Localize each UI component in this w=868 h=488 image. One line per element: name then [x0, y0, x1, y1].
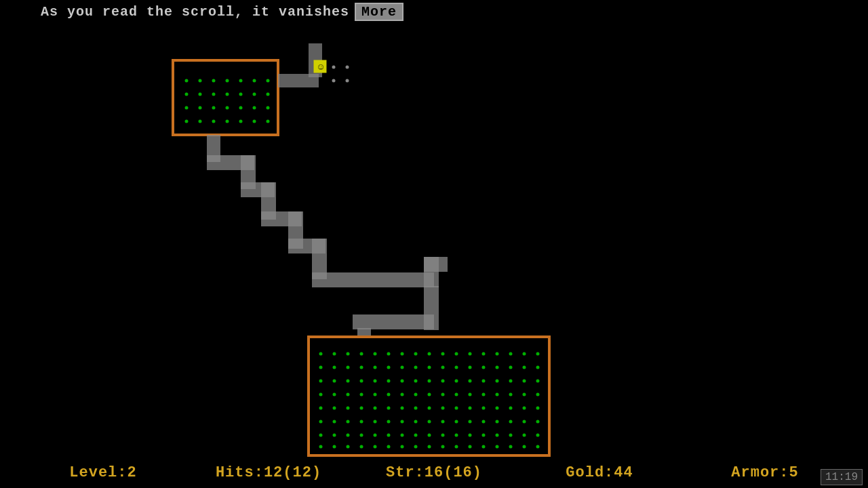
svg-point-164: [428, 434, 431, 437]
svg-point-4: [212, 79, 216, 83]
svg-point-59: [387, 352, 391, 356]
svg-point-10: [199, 93, 202, 96]
stat-gold: Gold:44: [517, 464, 682, 481]
svg-point-124: [347, 407, 350, 410]
more-button[interactable]: More: [355, 3, 403, 21]
svg-point-90: [347, 380, 350, 383]
svg-point-173: [319, 445, 323, 449]
svg-point-114: [441, 393, 445, 396]
svg-point-55: [333, 352, 336, 356]
svg-point-170: [509, 434, 513, 437]
svg-point-72: [333, 366, 336, 369]
svg-point-180: [414, 445, 418, 449]
svg-point-169: [496, 434, 499, 437]
svg-point-154: [523, 420, 526, 424]
svg-point-149: [455, 420, 458, 424]
svg-point-176: [360, 445, 363, 449]
svg-point-183: [455, 445, 458, 449]
svg-point-133: [469, 407, 472, 410]
svg-point-74: [360, 366, 363, 369]
svg-point-80: [441, 366, 445, 369]
svg-point-69: [523, 352, 526, 356]
svg-point-165: [441, 434, 445, 437]
svg-point-118: [496, 393, 499, 396]
svg-point-36: [332, 79, 336, 83]
stat-level: Level:2: [20, 464, 186, 481]
svg-point-75: [374, 366, 377, 369]
svg-point-76: [387, 366, 391, 369]
svg-point-79: [428, 366, 431, 369]
svg-point-129: [414, 407, 418, 410]
svg-point-6: [239, 79, 243, 83]
svg-point-67: [496, 352, 499, 356]
message-text: As you read the scroll, it vanishes: [41, 4, 349, 20]
svg-point-8: [267, 79, 270, 83]
svg-point-21: [253, 106, 256, 110]
svg-point-163: [414, 434, 418, 437]
svg-point-150: [469, 420, 472, 424]
svg-point-104: [536, 380, 540, 383]
svg-point-181: [428, 445, 431, 449]
dungeon-map: ☺: [0, 23, 868, 462]
svg-point-132: [455, 407, 458, 410]
svg-point-5: [226, 79, 229, 83]
svg-point-103: [523, 380, 526, 383]
svg-point-22: [267, 106, 270, 110]
svg-point-37: [346, 79, 349, 83]
svg-point-88: [319, 380, 323, 383]
svg-point-119: [509, 393, 513, 396]
svg-rect-47: [312, 272, 434, 287]
svg-point-56: [347, 352, 350, 356]
svg-point-73: [347, 366, 350, 369]
svg-point-89: [333, 380, 336, 383]
svg-point-68: [509, 352, 513, 356]
svg-point-162: [401, 434, 404, 437]
svg-point-14: [253, 93, 256, 96]
svg-point-17: [199, 106, 202, 110]
svg-point-113: [428, 393, 431, 396]
svg-point-87: [536, 366, 540, 369]
svg-point-128: [401, 407, 404, 410]
svg-point-148: [441, 420, 445, 424]
svg-point-35: [346, 66, 349, 69]
svg-point-126: [374, 407, 377, 410]
svg-point-147: [428, 420, 431, 424]
svg-point-78: [414, 366, 418, 369]
svg-point-156: [319, 434, 323, 437]
svg-point-143: [374, 420, 377, 424]
svg-point-188: [523, 445, 526, 449]
svg-point-98: [455, 380, 458, 383]
svg-point-135: [496, 407, 499, 410]
svg-point-62: [428, 352, 431, 356]
svg-point-60: [401, 352, 404, 356]
svg-point-139: [319, 420, 323, 424]
svg-point-189: [536, 445, 540, 449]
svg-point-65: [469, 352, 472, 356]
svg-point-121: [536, 393, 540, 396]
svg-point-146: [414, 420, 418, 424]
svg-point-66: [482, 352, 486, 356]
svg-point-141: [347, 420, 350, 424]
svg-point-102: [509, 380, 513, 383]
svg-point-130: [428, 407, 431, 410]
svg-text:☺: ☺: [318, 62, 323, 73]
game-area: ☺: [0, 23, 868, 462]
svg-point-117: [482, 393, 486, 396]
svg-point-127: [387, 407, 391, 410]
svg-point-122: [319, 407, 323, 410]
svg-point-20: [239, 106, 243, 110]
svg-point-138: [536, 407, 540, 410]
svg-point-160: [374, 434, 377, 437]
svg-point-125: [360, 407, 363, 410]
svg-point-94: [401, 380, 404, 383]
svg-point-19: [226, 106, 229, 110]
svg-point-152: [496, 420, 499, 424]
svg-point-11: [212, 93, 216, 96]
svg-rect-50: [353, 314, 434, 329]
svg-point-18: [212, 106, 216, 110]
stat-hits: Hits:12(12): [186, 464, 351, 481]
svg-point-27: [239, 120, 243, 123]
svg-point-23: [185, 120, 189, 123]
svg-point-3: [199, 79, 202, 83]
svg-point-167: [469, 434, 472, 437]
